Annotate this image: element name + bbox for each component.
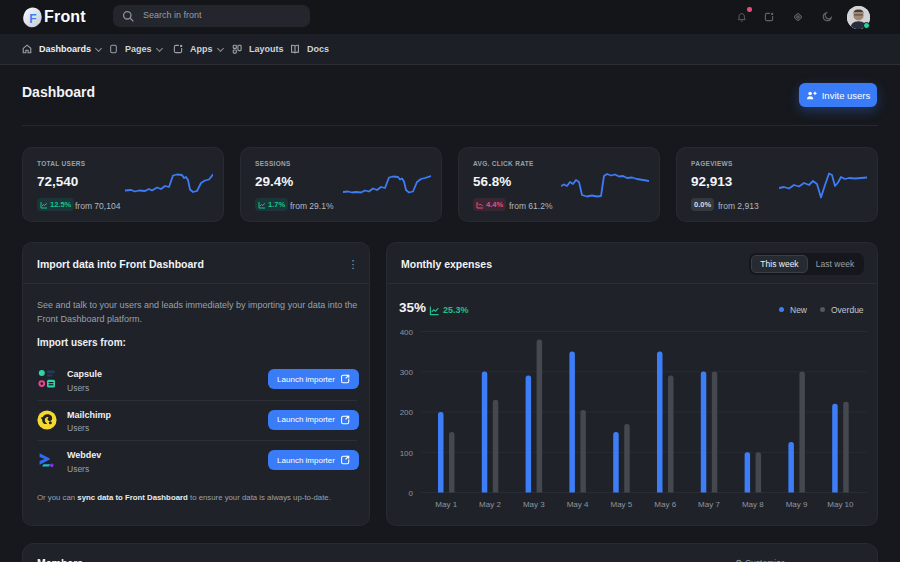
svg-text:0: 0 [409,489,414,498]
svg-text:400: 400 [400,328,414,337]
svg-text:May 8: May 8 [742,500,764,509]
svg-text:F: F [29,12,36,26]
svg-text:May 2: May 2 [479,500,501,509]
svg-text:100: 100 [400,449,414,458]
svg-text:May 7: May 7 [698,500,720,509]
svg-text:May 10: May 10 [827,500,854,509]
svg-text:200: 200 [400,408,414,417]
svg-text:May 5: May 5 [611,500,633,509]
svg-text:May 1: May 1 [435,500,457,509]
svg-text:300: 300 [400,368,414,377]
svg-text:May 6: May 6 [654,500,676,509]
svg-text:May 3: May 3 [523,500,545,509]
svg-text:May 4: May 4 [567,500,589,509]
svg-text:May 9: May 9 [786,500,808,509]
